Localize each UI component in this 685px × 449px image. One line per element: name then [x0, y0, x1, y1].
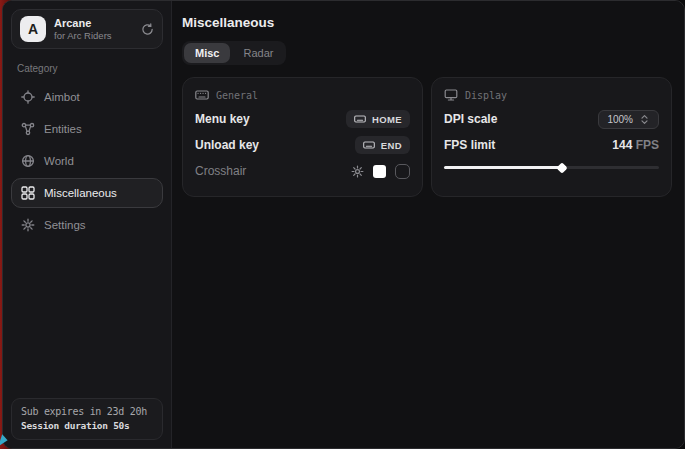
dpi-scale-select[interactable]: 100% [598, 110, 659, 129]
subscription-info: Sub expires in 23d 20h Session duration … [11, 398, 163, 440]
dpi-scale-label: DPI scale [444, 112, 497, 126]
sidebar-item-settings[interactable]: Settings [11, 210, 163, 240]
tab-radar[interactable]: Radar [232, 43, 284, 63]
sidebar-item-label: Entities [44, 123, 82, 135]
crosshair-checkbox[interactable] [395, 164, 410, 179]
slider-thumb[interactable] [557, 162, 568, 173]
sidebar: A Arcane for Arc Riders Category Aimbot [3, 1, 172, 448]
chevrons-up-down-icon [639, 114, 650, 125]
crosshair-icon [21, 90, 35, 104]
general-card-header: General [195, 88, 410, 102]
account-text: Arcane for Arc Riders [54, 17, 133, 42]
crosshair-label: Crosshair [195, 164, 246, 178]
fps-limit-slider[interactable] [444, 160, 659, 174]
page-title: Miscellaneous [182, 15, 672, 30]
entities-icon [21, 122, 35, 136]
menu-key-label: Menu key [195, 112, 250, 126]
unload-key-bind-button[interactable]: END [355, 136, 410, 154]
crosshair-color-swatch[interactable] [373, 165, 386, 178]
crosshair-row: Crosshair [195, 158, 410, 184]
card-title: General [216, 90, 258, 101]
fps-limit-value: 144 FPS [612, 138, 659, 152]
unload-key-row: Unload key END [195, 132, 410, 158]
sidebar-item-miscellaneous[interactable]: Miscellaneous [11, 178, 163, 208]
fps-unit: FPS [632, 138, 659, 152]
sidebar-nav: Aimbot Entities World [11, 82, 163, 240]
sidebar-item-entities[interactable]: Entities [11, 114, 163, 144]
sidebar-item-aimbot[interactable]: Aimbot [11, 82, 163, 112]
display-card: Display DPI scale 100% FPS limit [431, 77, 672, 197]
monitor-icon [444, 88, 458, 102]
sidebar-item-label: World [44, 155, 74, 167]
grid-icon [21, 186, 35, 200]
tab-bar: Misc Radar [182, 41, 286, 65]
card-grid: General Menu key HOME Unload key [182, 77, 672, 197]
gear-icon [21, 218, 35, 232]
fps-limit-row: FPS limit 144 FPS [444, 132, 659, 158]
crosshair-settings-gear-icon[interactable] [351, 165, 364, 178]
keyboard-icon [195, 88, 209, 102]
fps-number: 144 [612, 138, 632, 152]
app-subtitle: for Arc Riders [54, 30, 133, 42]
app-logo: A [20, 16, 46, 42]
account-card[interactable]: A Arcane for Arc Riders [11, 9, 163, 49]
menu-key-bind-button[interactable]: HOME [346, 110, 410, 128]
app-window: A Arcane for Arc Riders Category Aimbot [2, 0, 685, 449]
sub-expires-text: Sub expires in 23d 20h [21, 405, 153, 419]
sidebar-item-label: Miscellaneous [44, 187, 117, 199]
app-title: Arcane [54, 17, 133, 30]
sync-icon[interactable] [141, 23, 154, 36]
crosshair-controls [351, 164, 410, 179]
tab-misc[interactable]: Misc [184, 43, 230, 63]
menu-key-row: Menu key HOME [195, 106, 410, 132]
sidebar-item-label: Settings [44, 219, 86, 231]
keyboard-icon [354, 113, 366, 125]
fps-limit-label: FPS limit [444, 138, 495, 152]
unload-key-value: END [381, 140, 402, 151]
sidebar-item-world[interactable]: World [11, 146, 163, 176]
unload-key-label: Unload key [195, 138, 259, 152]
globe-icon [21, 154, 35, 168]
card-title: Display [465, 90, 507, 101]
slider-fill [444, 166, 562, 169]
keyboard-icon [363, 139, 375, 151]
display-card-header: Display [444, 88, 659, 102]
sidebar-item-label: Aimbot [44, 91, 80, 103]
category-label: Category [17, 63, 157, 74]
dpi-scale-row: DPI scale 100% [444, 106, 659, 132]
menu-key-value: HOME [372, 114, 402, 125]
dpi-scale-value: 100% [607, 114, 633, 125]
main-content: Miscellaneous Misc Radar General [172, 1, 684, 448]
session-duration-text: Session duration 50s [21, 419, 153, 432]
general-card: General Menu key HOME Unload key [182, 77, 423, 197]
